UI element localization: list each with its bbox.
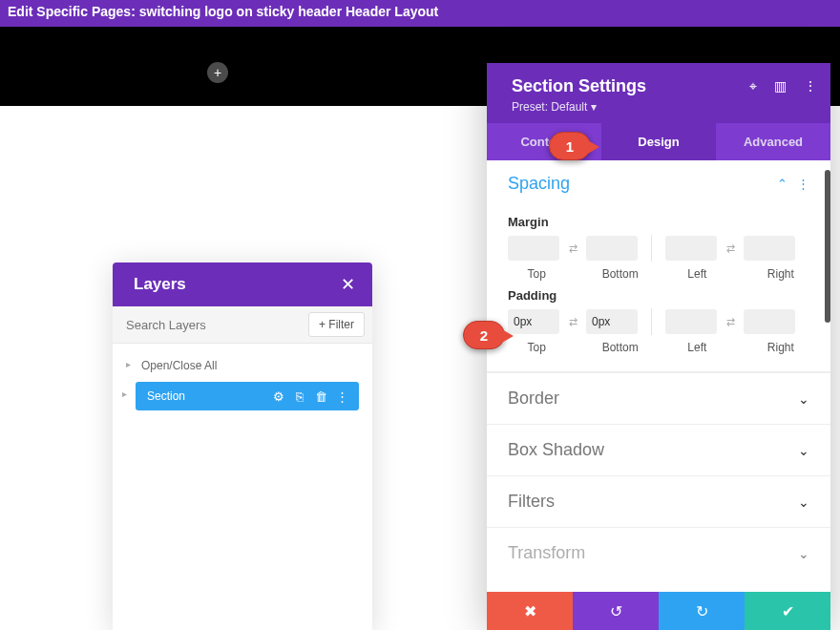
margin-lr-link-icon[interactable]: ⇄ xyxy=(721,239,740,258)
save-button[interactable]: ✔ xyxy=(745,592,830,630)
layers-open-close-all[interactable]: Open/Close All xyxy=(126,353,359,382)
layers-body: Open/Close All Section ⚙ ⎘ 🗑 ⋮ xyxy=(113,344,372,630)
padding-lr-link-icon[interactable]: ⇄ xyxy=(721,312,740,331)
border-title: Border xyxy=(508,388,559,409)
section-settings-panel: Section Settings Preset: Default ▾ ⌖ ▥ ⋮… xyxy=(487,63,830,630)
boxshadow-accordion-head[interactable]: Box Shadow ⌄ xyxy=(487,425,830,475)
chevron-down-icon: ⌄ xyxy=(798,443,809,458)
margin-right-caption: Right xyxy=(752,267,809,281)
margin-top-input[interactable] xyxy=(508,236,559,261)
padding-top-caption: Top xyxy=(508,341,565,354)
layer-row-label: Section xyxy=(147,389,185,403)
chevron-down-icon: ⌄ xyxy=(798,494,809,510)
boxshadow-title: Box Shadow xyxy=(508,440,604,460)
layer-row-section[interactable]: Section ⚙ ⎘ 🗑 ⋮ xyxy=(136,382,359,410)
page-title: Edit Specific Pages: switching logo on s… xyxy=(8,4,438,19)
padding-right-input[interactable] xyxy=(744,309,795,334)
spacing-body: Margin ⇄ ⇄ Top xyxy=(487,215,830,371)
settings-body: Spacing ⌃ ⋮ Margin ⇄ ⇄ xyxy=(487,160,830,630)
padding-row: ⇄ ⇄ xyxy=(508,308,809,335)
margin-divider xyxy=(651,235,652,262)
padding-left-caption: Left xyxy=(668,341,725,354)
padding-left-input[interactable] xyxy=(665,309,717,334)
padding-label: Padding xyxy=(508,288,809,303)
margin-left-caption: Left xyxy=(668,267,725,281)
tab-advanced[interactable]: Advanced xyxy=(716,123,830,160)
spacing-title: Spacing xyxy=(508,174,570,194)
layers-search-row: + Filter xyxy=(113,306,372,344)
filters-accordion-head[interactable]: Filters ⌄ xyxy=(487,476,830,527)
margin-row: ⇄ ⇄ xyxy=(508,235,809,262)
margin-bottom-caption: Bottom xyxy=(592,267,649,281)
spacing-accordion-head[interactable]: Spacing ⌃ ⋮ xyxy=(487,160,830,207)
border-accordion-head[interactable]: Border ⌄ xyxy=(487,373,830,424)
add-section-button[interactable]: + xyxy=(207,62,228,83)
layer-duplicate-icon[interactable]: ⎘ xyxy=(292,388,307,404)
layer-delete-icon[interactable]: 🗑 xyxy=(313,388,328,404)
settings-header: Section Settings Preset: Default ▾ ⌖ ▥ ⋮ xyxy=(487,63,830,123)
spacing-caret-icon: ⌃ xyxy=(777,177,788,191)
layers-filter-button[interactable]: + Filter xyxy=(308,312,365,337)
filters-title: Filters xyxy=(508,492,555,512)
layers-search-input[interactable] xyxy=(113,308,308,342)
plus-icon: + xyxy=(214,65,221,80)
margin-top-caption: Top xyxy=(508,267,565,281)
undo-icon: ↺ xyxy=(610,602,622,620)
layers-close-button[interactable]: ✕ xyxy=(341,274,355,295)
settings-scrollbar[interactable] xyxy=(825,170,830,323)
columns-icon[interactable]: ▥ xyxy=(774,78,787,94)
page-title-bar: Edit Specific Pages: switching logo on s… xyxy=(0,0,840,27)
responsive-icon[interactable]: ⌖ xyxy=(749,78,757,94)
layers-panel: Layers ✕ + Filter Open/Close All Section… xyxy=(113,262,372,630)
margin-bottom-input[interactable] xyxy=(586,236,638,261)
cancel-button[interactable]: ✖ xyxy=(487,592,573,630)
padding-bottom-caption: Bottom xyxy=(592,341,649,354)
padding-bottom-input[interactable] xyxy=(586,309,638,334)
padding-divider xyxy=(651,308,652,335)
settings-more-icon[interactable]: ⋮ xyxy=(804,78,817,94)
transform-title: Transform xyxy=(508,543,585,563)
undo-button[interactable]: ↺ xyxy=(573,592,659,630)
padding-top-input[interactable] xyxy=(508,309,559,334)
padding-tb-link-icon[interactable]: ⇄ xyxy=(563,312,582,331)
margin-tb-link-icon[interactable]: ⇄ xyxy=(563,239,582,258)
redo-button[interactable]: ↻ xyxy=(659,592,745,630)
layer-settings-icon[interactable]: ⚙ xyxy=(271,388,286,404)
margin-left-input[interactable] xyxy=(665,236,717,261)
close-icon: ✖ xyxy=(524,602,536,620)
settings-preset[interactable]: Preset: Default ▾ xyxy=(512,100,813,114)
settings-tabs: Content Design Advanced xyxy=(487,123,830,160)
settings-action-bar: ✖ ↺ ↻ ✔ xyxy=(487,592,830,630)
check-icon: ✔ xyxy=(782,602,794,620)
chevron-down-icon: ⌄ xyxy=(798,391,809,407)
layer-more-icon[interactable]: ⋮ xyxy=(334,388,349,404)
redo-icon: ↻ xyxy=(696,602,708,620)
annotation-callout-1: 1 xyxy=(549,132,591,160)
tab-design[interactable]: Design xyxy=(601,123,716,160)
annotation-callout-2: 2 xyxy=(463,321,505,349)
margin-right-input[interactable] xyxy=(744,236,795,261)
padding-right-caption: Right xyxy=(752,341,809,354)
transform-accordion-head[interactable]: Transform ⌄ xyxy=(487,528,830,567)
chevron-down-icon: ⌄ xyxy=(798,546,809,561)
layers-header: Layers ✕ xyxy=(113,262,372,306)
spacing-more-icon[interactable]: ⋮ xyxy=(797,177,809,191)
margin-label: Margin xyxy=(508,215,809,229)
layers-title: Layers xyxy=(134,275,186,294)
